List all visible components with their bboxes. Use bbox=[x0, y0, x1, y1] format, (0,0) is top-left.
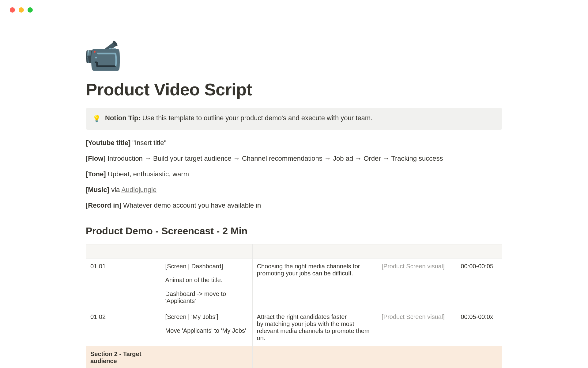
flow-value: Introduction → Build your target audienc… bbox=[107, 155, 443, 162]
desc-line: Attract the right candidates faster bbox=[257, 313, 373, 320]
cell-id[interactable]: 01.02 bbox=[86, 309, 161, 346]
cell-description[interactable]: Choosing the right media channels for pr… bbox=[252, 258, 377, 309]
cell-visual[interactable]: [Product Screen visual] bbox=[377, 309, 456, 346]
window-controls bbox=[0, 0, 588, 13]
music-via: via bbox=[111, 186, 120, 194]
cell-timestamp[interactable]: 00:00-00:05 bbox=[456, 258, 502, 309]
callout-text: Notion Tip: Use this template to outline… bbox=[105, 114, 372, 122]
section-cell[interactable] bbox=[252, 346, 377, 368]
youtube-label: [Youtube title] bbox=[86, 139, 130, 147]
table-header-cell[interactable] bbox=[161, 244, 252, 258]
page-title[interactable]: Product Video Script bbox=[86, 79, 502, 99]
tip-callout[interactable]: 💡 Notion Tip: Use this template to outli… bbox=[86, 108, 502, 130]
close-window-button[interactable] bbox=[10, 7, 15, 13]
scene-line: Dashboard -> move to 'Applicants' bbox=[165, 290, 248, 305]
table-header-cell[interactable] bbox=[456, 244, 502, 258]
music-link[interactable]: Audiojungle bbox=[121, 186, 156, 194]
scene-line: Move 'Applicants' to 'My Jobs' bbox=[165, 327, 248, 334]
lightbulb-icon: 💡 bbox=[92, 114, 101, 124]
scene-line: [Screen | Dashboard] bbox=[165, 263, 248, 270]
tone-value: Upbeat, enthusiastic, warm bbox=[108, 170, 189, 178]
scene-line: [Screen | 'My Jobs'] bbox=[165, 313, 248, 320]
cell-description[interactable]: Attract the right candidates faster by m… bbox=[252, 309, 377, 346]
section-cell[interactable] bbox=[161, 346, 252, 368]
cell-scene[interactable]: [Screen | Dashboard] Animation of the ti… bbox=[161, 258, 252, 309]
music-label: [Music] bbox=[86, 186, 109, 194]
meta-block[interactable]: [Youtube title] "Insert title" [Flow] In… bbox=[86, 138, 502, 210]
page-content: 📹 Product Video Script 💡 Notion Tip: Use… bbox=[46, 13, 542, 368]
flow-line[interactable]: [Flow] Introduction → Build your target … bbox=[86, 153, 502, 163]
minimize-window-button[interactable] bbox=[19, 7, 24, 13]
record-label: [Record in] bbox=[86, 201, 121, 209]
tip-body: Use this template to outline your produc… bbox=[142, 114, 372, 122]
page-icon[interactable]: 📹 bbox=[84, 40, 502, 71]
cell-id[interactable]: 01.01 bbox=[86, 258, 161, 309]
table-header-cell[interactable] bbox=[86, 244, 161, 258]
record-line[interactable]: [Record in] Whatever demo account you ha… bbox=[86, 200, 502, 210]
cell-visual[interactable]: [Product Screen visual] bbox=[377, 258, 456, 309]
script-table[interactable]: 01.01 [Screen | Dashboard] Animation of … bbox=[86, 244, 502, 368]
tone-line[interactable]: [Tone] Upbeat, enthusiastic, warm bbox=[86, 169, 502, 179]
divider bbox=[86, 216, 502, 216]
section-label-cell[interactable]: Section 2 - Target audience bbox=[86, 346, 161, 368]
table-header-cell[interactable] bbox=[252, 244, 377, 258]
record-value: Whatever demo account you have available… bbox=[123, 201, 261, 209]
tip-label: Notion Tip: bbox=[105, 114, 141, 122]
table-row[interactable]: 01.02 [Screen | 'My Jobs'] Move 'Applica… bbox=[86, 309, 502, 346]
scene-line: Animation of the title. bbox=[165, 277, 248, 284]
youtube-title-line[interactable]: [Youtube title] "Insert title" bbox=[86, 138, 502, 148]
section-heading[interactable]: Product Demo - Screencast - 2 Min bbox=[86, 225, 502, 237]
table-header-row bbox=[86, 244, 502, 258]
music-line[interactable]: [Music] via Audiojungle bbox=[86, 185, 502, 195]
desc-line: by matching your jobs with the most rele… bbox=[257, 320, 373, 342]
flow-label: [Flow] bbox=[86, 155, 106, 162]
tone-label: [Tone] bbox=[86, 170, 106, 178]
maximize-window-button[interactable] bbox=[28, 7, 33, 13]
table-section-row[interactable]: Section 2 - Target audience bbox=[86, 346, 502, 368]
cell-scene[interactable]: [Screen | 'My Jobs'] Move 'Applicants' t… bbox=[161, 309, 252, 346]
table-header-cell[interactable] bbox=[377, 244, 456, 258]
youtube-value: "Insert title" bbox=[132, 139, 166, 147]
cell-timestamp[interactable]: 00:05-00:0x bbox=[456, 309, 502, 346]
section-cell[interactable] bbox=[456, 346, 502, 368]
section-cell[interactable] bbox=[377, 346, 456, 368]
table-row[interactable]: 01.01 [Screen | Dashboard] Animation of … bbox=[86, 258, 502, 309]
